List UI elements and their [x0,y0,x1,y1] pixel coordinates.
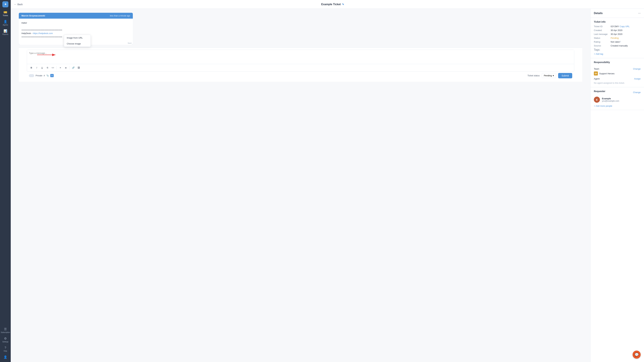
submit-button[interactable]: Submit [558,73,572,78]
team-change-link[interactable]: Change [633,68,641,70]
help-icon: ? [4,346,6,350]
status-value: Pending [544,74,552,77]
details-more-button[interactable]: ··· [638,12,641,15]
status-value: Pending [611,37,619,39]
sidebar-item-label: Subscription [1,332,10,333]
image-from-url-option[interactable]: Image from URL [64,35,90,41]
back-label: Back [18,3,23,6]
requester-info: Example you@example.com [602,97,619,102]
underline-button[interactable]: U [40,66,44,70]
format-icon[interactable]: A [50,74,54,77]
hash-icon[interactable]: # [44,74,45,77]
bold-button[interactable]: B [29,66,34,70]
private-toggle-switch[interactable] [29,74,34,77]
requester-name: Example [602,97,619,100]
requester-avatar: E [594,96,600,103]
source-label: Source: [594,44,611,47]
chat-widget[interactable]: 💬 [632,350,641,359]
message-separator-top: ================================ [22,28,130,32]
responsibility-title: Responsibility [594,61,610,64]
sidebar-item-label: Reports [2,34,8,35]
source-row: Source: Created manually [594,44,641,47]
tickets-icon: 🎫 [4,10,7,14]
helpdesk-link[interactable]: https://helpdesk.com [33,32,53,34]
image-button[interactable]: 🖼 [76,66,81,70]
sidebar-item-settings[interactable]: ⚙ Settings [1,335,10,344]
source-value: Created manually [611,44,628,47]
sidebar-item-tickets[interactable]: 🎫 Tickets [0,9,11,18]
no-agent-text: No agent assigned to this ticket. [594,82,625,84]
header-title: Example Ticket ✎ [25,3,641,6]
sidebar-item-label: Agents [3,24,8,26]
created-label: Created: [594,29,611,32]
conversation-panel: Marcin Grzywaczewski less than a minute … [11,9,590,362]
requester-title: Requester [594,90,605,92]
sidebar-item-agents[interactable]: 👤 Agents [0,18,11,28]
responsibility-header: Responsibility [594,61,641,66]
toolbar-divider-1 [56,66,57,70]
footer-right: Ticket status Pending ▾ Submit [528,73,572,78]
back-button[interactable]: ← Back [14,3,23,6]
compose-area: Image from URL Choose image [19,48,582,82]
status-row: Status: Pending [594,37,641,39]
message-header: Marcin Grzywaczewski less than a minute … [19,13,133,18]
add-people-button[interactable]: + Add more people [594,105,641,107]
created-row: Created: 30 Apr 2020 [594,29,641,32]
code-button[interactable]: <> [50,66,55,70]
ticket-status-label: Ticket status [528,74,540,77]
profile-icon: 👤 [4,355,7,359]
ticket-info-section: Ticket info Ticket ID: 02Y2MY Copy URL C… [590,18,644,58]
requester-change-link[interactable]: Change [633,91,641,94]
sidebar-item-help[interactable]: ? Help [1,344,10,354]
message-sender: Marcin Grzywaczewski [22,14,45,17]
copy-url-link[interactable]: Copy URL [620,25,630,28]
team-icon: SH [594,72,598,76]
compose-toolbar: B I U S <> ≡ ≣ 🔗 🖼 [27,64,574,72]
compose-input[interactable] [27,50,574,63]
edit-title-icon[interactable]: ✎ [342,3,344,6]
rating-info-icon: ℹ [620,40,621,43]
ticket-area: Marcin Grzywaczewski less than a minute … [11,9,644,362]
status-label: Status: [594,37,611,39]
attach-icon[interactable]: 📎 [46,74,49,77]
reports-icon: 📊 [4,29,7,33]
message-time: less than a minute ago [110,14,130,17]
team-label: Team [594,68,599,70]
team-row: SH Support Heroes [594,72,641,76]
chevron-down-icon: ▾ [553,74,554,77]
assign-link[interactable]: Assign [634,78,641,80]
ticket-id-value: 02Y2MY [611,25,619,28]
choose-image-option[interactable]: Choose image [64,41,90,47]
requester-row: E Example you@example.com [594,96,641,103]
status-select[interactable]: Pending ▾ [542,73,556,78]
details-panel: Details ··· Ticket info Ticket ID: 02Y2M… [590,9,644,362]
tags-label: Tags: [594,48,600,51]
back-arrow-icon: ← [14,3,16,6]
sidebar-item-label: Tickets [3,14,8,16]
main-content: ← Back Example Ticket ✎ Marcin Grzywacze… [11,0,644,362]
sidebar-item-subscription[interactable]: ☰ Subscription [1,326,10,335]
rating-row: Rating: Not rated ℹ [594,40,641,43]
rating-value: Not rated [611,40,620,43]
strikethrough-button[interactable]: S [45,66,50,70]
last-message-value: 30 Apr 2020 [611,33,622,36]
add-tag-button[interactable]: + Add tag [594,53,603,55]
italic-button[interactable]: I [34,66,39,70]
requester-email: you@example.com [602,100,619,102]
sidebar-logo: ✦ [2,1,8,8]
tags-row: Tags: + Add tag [594,48,641,55]
unordered-list-button[interactable]: ≣ [64,66,68,70]
agent-label: Agent [594,78,600,80]
compose-footer: Private # 📎 A Ticket status Pending ▾ Su… [27,72,574,79]
agents-icon: 👤 [4,20,7,24]
private-toggle-area: Private # 📎 A [29,74,54,77]
link-button[interactable]: 🔗 [71,66,76,70]
ordered-list-button[interactable]: ≡ [58,66,63,70]
private-label: Private [36,74,42,77]
message-hello: Hello! [22,21,130,25]
subscription-icon: ☰ [4,327,7,331]
sidebar-item-profile[interactable]: 👤 [1,354,10,361]
sidebar-item-reports[interactable]: 📊 Reports [0,28,11,37]
rating-label: Rating: [594,40,611,43]
requester-section: Requester Change E Example you@example.c… [590,87,644,110]
